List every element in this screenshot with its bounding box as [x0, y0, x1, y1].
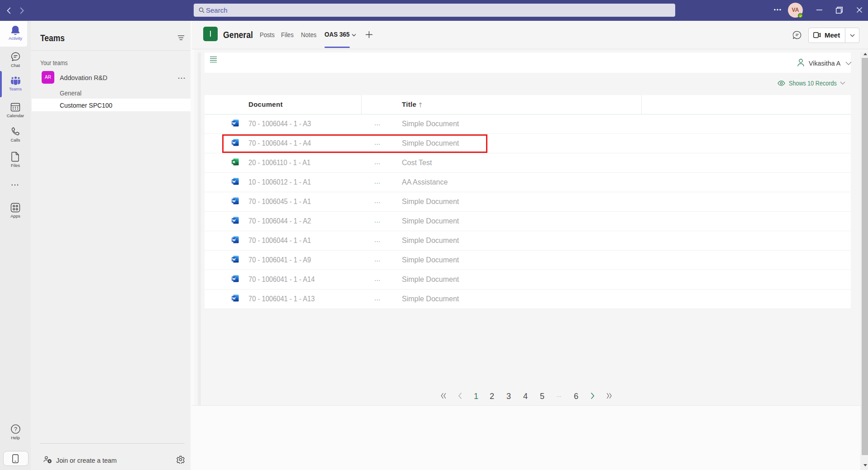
svg-text:?: ?	[14, 426, 17, 432]
